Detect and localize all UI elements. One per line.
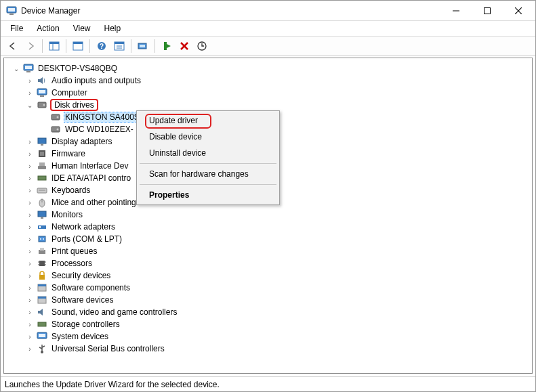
show-hide-button[interactable] — [46, 39, 62, 53]
category-disk-drives[interactable]: ⌄ Disk drives — [24, 99, 529, 111]
device-label: WDC WD10EZEX- — [64, 125, 135, 134]
svg-rect-47 — [38, 211, 46, 217]
expand-icon[interactable]: › — [26, 247, 34, 255]
expand-icon[interactable]: › — [26, 235, 34, 243]
tree-root-label: DESKTOP-VS48QBQ — [37, 64, 119, 73]
category-softcomp[interactable]: › Software components — [24, 282, 529, 294]
category-computer[interactable]: › Computer — [24, 87, 529, 99]
category-label: Ports (COM & LPT) — [50, 234, 123, 244]
category-printqueues[interactable]: › Print queues — [24, 245, 529, 257]
forward-button[interactable] — [22, 39, 39, 53]
help-button[interactable]: ? — [94, 39, 110, 53]
category-sound[interactable]: › Sound, video and game controllers — [24, 306, 529, 318]
category-network[interactable]: › Network adapters — [24, 221, 529, 233]
expand-icon[interactable]: › — [26, 186, 34, 194]
expand-icon[interactable]: › — [26, 345, 34, 353]
expand-icon[interactable]: › — [26, 211, 34, 219]
category-storage[interactable]: › Storage controllers — [24, 318, 529, 330]
context-scan-hardware[interactable]: Scan for hardware changes — [138, 166, 278, 182]
category-audio[interactable]: › Audio inputs and outputs — [24, 74, 529, 87]
svg-rect-48 — [41, 217, 43, 219]
monitor-icon — [37, 209, 47, 220]
update-button[interactable] — [194, 39, 210, 53]
close-button[interactable] — [503, 1, 534, 21]
device-item-selected[interactable]: › KINGSTON SA400S — [38, 111, 529, 123]
usb-icon — [37, 343, 47, 354]
expand-icon[interactable]: › — [26, 174, 34, 182]
category-label: Human Interface Dev — [50, 161, 129, 171]
menu-action[interactable]: Action — [31, 22, 64, 35]
device-tree-panel[interactable]: ⌄ DESKTOP-VS48QBQ › Audio inputs and out… — [3, 58, 533, 374]
expand-icon[interactable]: › — [26, 77, 34, 85]
printer-icon — [37, 246, 47, 257]
svg-rect-2 — [9, 14, 14, 15]
properties-button[interactable] — [70, 39, 86, 53]
expand-icon[interactable]: › — [26, 137, 34, 146]
context-disable-device[interactable]: Disable device — [138, 129, 278, 145]
menu-file[interactable]: File — [5, 22, 28, 35]
network-icon — [37, 221, 47, 232]
category-label: System devices — [50, 332, 110, 341]
category-processors[interactable]: › Processors — [24, 257, 529, 269]
port-icon — [37, 234, 47, 244]
svg-rect-8 — [49, 42, 59, 44]
expand-icon[interactable]: › — [26, 150, 34, 158]
category-label: Audio inputs and outputs — [50, 76, 142, 85]
action-button[interactable] — [111, 39, 127, 53]
category-label: Print queues — [50, 246, 98, 256]
minimize-button[interactable] — [440, 1, 472, 21]
category-ports[interactable]: › Ports (COM & LPT) — [24, 233, 529, 245]
menu-help[interactable]: Help — [99, 22, 127, 35]
svg-text:?: ? — [100, 43, 104, 50]
expand-icon[interactable]: › — [26, 259, 34, 267]
disk-icon — [50, 124, 61, 135]
context-uninstall-device[interactable]: Uninstall device — [138, 145, 278, 161]
computer-icon — [23, 63, 34, 74]
svg-rect-4 — [485, 7, 491, 14]
category-system[interactable]: › System devices — [24, 330, 529, 343]
back-button[interactable] — [5, 39, 21, 53]
collapse-icon[interactable]: ⌄ — [26, 101, 34, 109]
expand-icon[interactable]: › — [26, 332, 34, 341]
svg-rect-39 — [40, 152, 44, 156]
tree-root[interactable]: ⌄ DESKTOP-VS48QBQ — [11, 62, 529, 74]
svg-rect-42 — [38, 176, 46, 180]
category-monitors[interactable]: › Monitors — [24, 209, 529, 221]
category-label: IDE ATA/ATAPI contro — [50, 173, 132, 183]
controller-icon — [37, 173, 47, 183]
svg-point-35 — [57, 129, 59, 131]
expand-icon[interactable]: › — [26, 223, 34, 231]
chip-icon — [37, 148, 47, 159]
context-update-driver[interactable]: Update driver — [138, 112, 278, 129]
svg-rect-50 — [39, 226, 41, 228]
context-properties[interactable]: Properties — [138, 187, 278, 203]
enable-button[interactable] — [159, 39, 175, 53]
category-usb[interactable]: › Universal Serial Bus controllers — [24, 343, 529, 355]
expand-icon[interactable]: › — [26, 320, 34, 328]
menu-view[interactable]: View — [68, 22, 96, 35]
svg-rect-28 — [39, 90, 45, 93]
expand-icon[interactable]: › — [26, 296, 34, 304]
category-softdev[interactable]: › Software devices — [24, 294, 529, 306]
category-label: Processors — [50, 259, 94, 268]
device-tree[interactable]: ⌄ DESKTOP-VS48QBQ › Audio inputs and out… — [7, 62, 529, 355]
category-security[interactable]: › Security devices — [24, 269, 529, 282]
security-icon — [37, 270, 47, 281]
expand-icon[interactable]: › — [26, 198, 34, 206]
expand-icon[interactable]: › — [26, 89, 34, 97]
context-separator — [140, 184, 276, 185]
expand-icon[interactable]: ⌄ — [12, 64, 20, 72]
software-icon — [37, 282, 47, 293]
maximize-button[interactable] — [472, 1, 503, 21]
svg-rect-29 — [40, 95, 44, 97]
expand-icon[interactable]: › — [26, 271, 34, 280]
uninstall-button[interactable] — [176, 39, 192, 53]
scan-button[interactable] — [135, 39, 151, 53]
disk-icon — [50, 112, 61, 123]
category-label-highlighted: Disk drives — [50, 99, 98, 111]
expand-icon[interactable]: › — [26, 162, 34, 170]
hid-icon — [37, 160, 47, 171]
expand-icon[interactable]: › — [26, 308, 34, 316]
device-item[interactable]: › WDC WD10EZEX- — [38, 123, 529, 135]
expand-icon[interactable]: › — [26, 284, 34, 292]
